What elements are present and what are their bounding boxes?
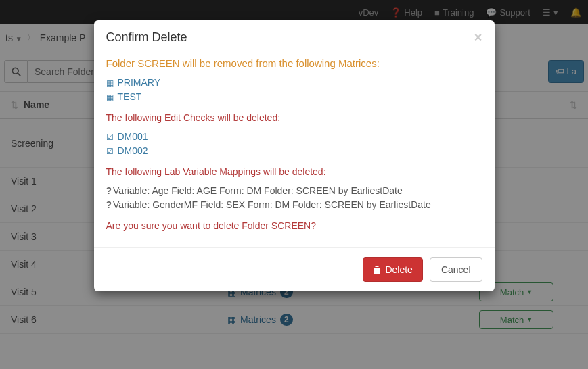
modal-backdrop: Confirm Delete × Folder SCREEN will be r… [0,0,588,369]
lab-var-list: ?Variable: Age Field: AGE Form: DM Folde… [106,184,482,212]
confirm-delete-modal: Confirm Delete × Folder SCREEN will be r… [94,20,495,291]
matrix-link-list: ▦PRIMARY ▦TEST [106,76,482,104]
edit-checks-msg: The following Edit Checks will be delete… [106,112,482,123]
delete-button[interactable]: Delete [363,257,422,282]
check-icon: ☑ [106,131,114,143]
matrix-link[interactable]: ▦PRIMARY [106,76,482,90]
matrix-link[interactable]: ▦TEST [106,90,482,104]
lab-mappings-msg: The following Lab Variable Mappings will… [106,166,482,177]
trash-icon [373,266,381,274]
modal-header: Confirm Delete × [94,20,495,55]
lab-variable: ?Variable: GenderMF Field: SEX Form: DM … [106,198,482,212]
grid-icon: ▦ [106,91,114,103]
modal-title: Confirm Delete [106,30,187,45]
question-icon: ? [106,185,112,196]
edit-check-link[interactable]: ☑DM002 [106,144,482,158]
confirm-question: Are you sure you want to delete Folder S… [106,220,482,231]
lab-variable: ?Variable: Age Field: AGE Form: DM Folde… [106,184,482,198]
question-icon: ? [106,199,112,210]
removed-matrices-msg: Folder SCREEN will be removed from the f… [106,57,482,69]
cancel-button[interactable]: Cancel [430,257,482,282]
edit-check-link[interactable]: ☑DM001 [106,130,482,144]
close-icon[interactable]: × [474,30,482,45]
edit-check-link-list: ☑DM001 ☑DM002 [106,130,482,158]
check-icon: ☑ [106,145,114,157]
grid-icon: ▦ [106,77,114,89]
modal-body: Folder SCREEN will be removed from the f… [94,57,495,247]
modal-footer: Delete Cancel [94,247,495,291]
